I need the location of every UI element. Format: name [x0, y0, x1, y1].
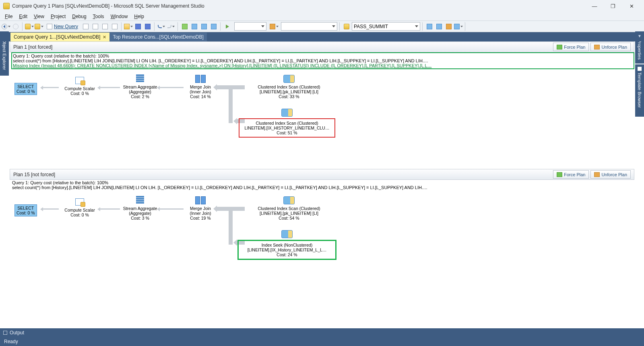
r4-button[interactable] [454, 22, 463, 31]
redo-button[interactable] [167, 22, 175, 31]
menubar: File Edit View Project Debug Tools Windo… [0, 12, 644, 21]
separator [338, 22, 340, 31]
q1-button[interactable] [81, 22, 90, 31]
play-icon [226, 25, 229, 29]
op-clustered-scan-2[interactable]: Clustered Index Scan (Clustered) LINEITE… [239, 108, 335, 138]
force-plan-button[interactable]: Force Plan [553, 43, 589, 51]
folder-icon [124, 24, 130, 29]
tab-compare-query[interactable]: Compare Query 1...[SQLvNextDemoDB]✕ [10, 33, 109, 41]
r2-button[interactable] [435, 22, 444, 31]
combo-empty2[interactable] [281, 22, 337, 31]
maximize-button[interactable]: ❐ [604, 0, 622, 12]
separator [176, 22, 178, 31]
tab-overflow-button[interactable]: ▼ [638, 34, 642, 38]
combo-empty[interactable] [234, 22, 266, 31]
nav-back-button[interactable] [2, 22, 10, 31]
db2-button[interactable] [35, 22, 43, 31]
separator [153, 22, 155, 31]
output-panel-header[interactable]: Output [0, 328, 644, 337]
play-button[interactable] [223, 22, 232, 31]
plan1-canvas[interactable]: SELECTCost: 0 % Compute Scalar Cost: 0 %… [11, 71, 634, 167]
menu-window[interactable]: Window [107, 13, 131, 20]
force-icon [557, 45, 562, 49]
menu-help[interactable]: Help [131, 13, 147, 20]
q4-button[interactable] [110, 22, 119, 31]
menu-project[interactable]: Project [47, 13, 69, 20]
separator [421, 22, 423, 31]
unforce-plan-button[interactable]: Unforce Plan [590, 170, 631, 179]
app-icon [3, 3, 10, 9]
menu-debug[interactable]: Debug [69, 13, 89, 20]
undo-button[interactable] [157, 22, 166, 31]
op-compute-scalar[interactable]: Compute Scalar Cost: 0 % [56, 197, 104, 217]
op-merge-join[interactable]: Merge Join (Inner Join) Cost: 19 % [180, 196, 221, 220]
plan1-header: Plan 1 [not forced] Force Plan Unforce P… [10, 41, 634, 52]
output-label: Output [10, 330, 24, 336]
unforce-icon [594, 172, 600, 177]
r3-button[interactable] [444, 22, 453, 31]
t4-button[interactable] [209, 22, 218, 31]
minimize-button[interactable]: — [585, 0, 604, 12]
force-icon [557, 172, 562, 177]
template-browser-tab[interactable]: Template Browser [635, 64, 644, 117]
t1-button[interactable] [180, 22, 189, 31]
cfg-button[interactable] [270, 22, 279, 31]
op-clustered-scan-1[interactable]: Clustered Index Scan (Clustered) [LINEIT… [243, 74, 335, 99]
op-compute-scalar[interactable]: Compute Scalar Cost: 0 % [56, 76, 104, 96]
q2-button[interactable] [91, 22, 100, 31]
unforce-plan-button[interactable]: Unforce Plan [590, 43, 631, 51]
close-icon[interactable]: ✕ [103, 35, 106, 40]
q3-button[interactable] [101, 22, 109, 31]
save-button[interactable] [134, 22, 142, 31]
close-button[interactable]: ✕ [622, 0, 641, 12]
nav-fwd-button[interactable] [11, 22, 20, 31]
op-select[interactable]: SELECTCost: 0 % [14, 83, 37, 95]
saveall-button[interactable] [143, 22, 152, 31]
doc-icon [47, 24, 52, 29]
plan1-query-text: Query 1: Query cost (relative to the bat… [11, 52, 634, 69]
separator [120, 22, 122, 31]
menu-edit[interactable]: Edit [16, 13, 31, 20]
menu-tools[interactable]: Tools [90, 13, 107, 20]
new-query-button[interactable]: New Query [44, 22, 80, 31]
menu-file[interactable]: File [2, 13, 16, 20]
op-index-seek[interactable]: Index Seek (NonClustered) [LINEITEM].[IX… [237, 229, 336, 260]
separator [21, 22, 23, 31]
window-title: Compare Query 1 Plans [SQLvNextDemoDB] -… [12, 3, 585, 9]
separator [464, 22, 465, 31]
menu-view[interactable]: View [31, 13, 47, 20]
op-stream-aggregate[interactable]: Stream Aggregate (Aggregate) Cost: 2 % [116, 74, 164, 99]
r1-button[interactable] [425, 22, 434, 31]
titlebar: Compare Query 1 Plans [SQLvNextDemoDB] -… [0, 0, 644, 12]
t2-button[interactable] [190, 22, 199, 31]
t3-button[interactable] [200, 22, 208, 31]
pin-icon [3, 331, 7, 335]
tab-top-resource[interactable]: Top Resource Cons...[SQLvNextDemoDB] [109, 33, 206, 41]
plan2-header: Plan 15 [not forced] Force Plan Unforce … [10, 169, 634, 180]
statusbar: Ready [0, 337, 644, 346]
status-text: Ready [4, 339, 18, 344]
pin-icon [638, 67, 642, 71]
plan2-title: Plan 15 [not forced] [13, 172, 55, 177]
toolbar: New Query PASS_SUMMIT [0, 21, 644, 32]
op-merge-join[interactable]: Merge Join (Inner Join) Cost: 14 % [180, 74, 221, 99]
unforce-icon [594, 45, 600, 49]
op-clustered-scan[interactable]: Clustered Index Scan (Clustered) [LINEIT… [243, 196, 335, 220]
db-button[interactable] [25, 22, 34, 31]
plan2-canvas[interactable]: SELECTCost: 0 % Compute Scalar Cost: 0 %… [11, 192, 634, 297]
document-tabs: Compare Query 1...[SQLvNextDemoDB]✕ Top … [0, 32, 644, 41]
force-plan-button[interactable]: Force Plan [553, 170, 589, 179]
plan1-title: Plan 1 [not forced] [13, 44, 52, 50]
save-icon [135, 24, 141, 29]
plan2-query-text: Query 1: Query cost (relative to the bat… [11, 180, 634, 191]
db3-button[interactable] [342, 22, 351, 31]
op-select[interactable]: SELECTCost: 0 % [14, 204, 37, 216]
op-stream-aggregate[interactable]: Stream Aggregate (Aggregate) Cost: 3 % [116, 196, 164, 220]
separator [219, 22, 221, 31]
database-combo[interactable]: PASS_SUMMIT [352, 22, 420, 31]
open-button[interactable] [124, 22, 133, 31]
